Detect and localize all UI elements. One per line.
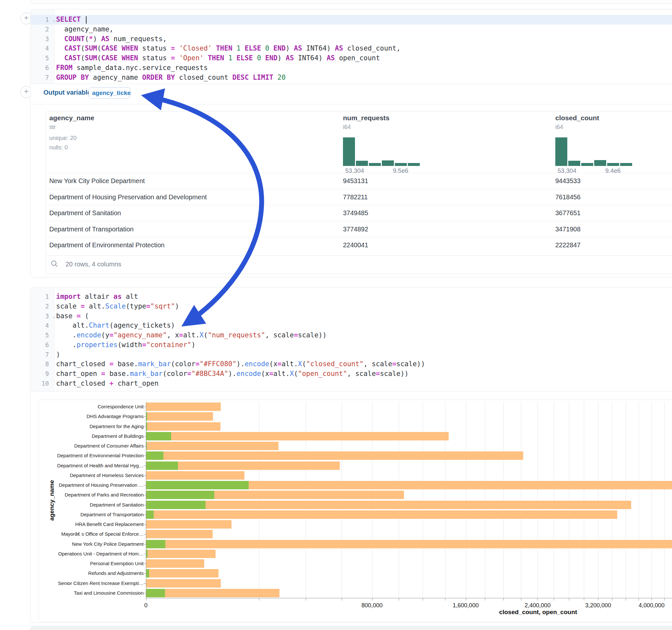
chart-gridline	[626, 402, 626, 598]
chart-bar-open-count[interactable]	[146, 481, 249, 489]
chart-bar-closed-count[interactable]	[146, 452, 523, 460]
chart-bar-open-count[interactable]	[146, 550, 147, 558]
chart-gridline	[521, 402, 521, 598]
chart-bar-open-count[interactable]	[146, 452, 163, 460]
chart-bar-closed-count[interactable]	[146, 412, 213, 421]
x-axis-tick	[445, 598, 446, 601]
chart-bar-closed-count[interactable]	[146, 550, 216, 558]
chart-bar-open-count[interactable]	[146, 540, 165, 548]
chart-bar-closed-count[interactable]	[146, 471, 244, 480]
chart-bar-closed-count[interactable]	[146, 422, 220, 431]
chart-gridline	[598, 402, 598, 598]
chart-bar-closed-count[interactable]	[146, 530, 213, 538]
chart-bar-closed-count[interactable]	[146, 501, 631, 509]
chart-gridline	[445, 402, 446, 598]
y-axis-tick	[144, 436, 146, 437]
chart-gridline	[466, 402, 466, 598]
chart-bar-closed-count[interactable]	[146, 432, 449, 440]
chart-gridline	[342, 402, 342, 598]
x-axis-tick-label: 1,600,000	[440, 602, 492, 609]
y-axis-tick	[144, 476, 146, 476]
y-axis-tick	[144, 446, 146, 446]
y-axis-tick	[144, 427, 146, 427]
chart-gridline	[612, 402, 613, 598]
chart-bar-closed-count[interactable]	[146, 559, 204, 568]
chart-bar-closed-count[interactable]	[146, 589, 280, 597]
chart-gridline	[372, 402, 373, 598]
x-axis-tick	[372, 598, 373, 601]
chart-gridline	[399, 402, 399, 598]
chart-gridline	[664, 402, 665, 598]
chart-bar-open-count[interactable]	[146, 589, 165, 597]
y-axis-tick	[144, 534, 146, 534]
chart-bar-open-count[interactable]	[146, 569, 149, 578]
chart-bar-open-count[interactable]	[146, 432, 171, 440]
x-axis-tick	[503, 598, 504, 601]
chart-gridline	[584, 402, 584, 598]
y-axis-tick	[144, 554, 146, 554]
x-axis-tick	[569, 598, 569, 601]
y-axis-tick	[144, 495, 146, 495]
x-axis-tick	[466, 598, 466, 601]
x-axis-tick-label: 800,000	[346, 602, 398, 609]
x-axis-tick	[639, 598, 639, 601]
notebook-page: + + 1⌄234567 SELECT agency_name, COUNT(*…	[0, 0, 672, 630]
y-axis-tick-label: New York City Police Department	[49, 541, 144, 547]
chart-bar-open-count[interactable]	[146, 491, 214, 499]
x-axis-tick	[554, 598, 554, 601]
chart-bar-open-count[interactable]	[146, 422, 147, 431]
x-axis-tick	[652, 598, 652, 601]
chart-gridline	[537, 402, 538, 598]
y-axis-tick	[144, 515, 146, 515]
x-axis-tick	[342, 598, 342, 601]
chart-bar-closed-count[interactable]	[146, 569, 218, 578]
y-axis-tick-label: Department of Buildings	[49, 433, 144, 439]
y-axis-tick	[144, 593, 146, 593]
y-axis-tick-label: Department of Housing Preservation …	[49, 482, 144, 488]
y-axis-tick-label: Department of Transportation	[49, 512, 144, 517]
y-axis-tick-label: Senior Citizen Rent Increase Exempti…	[49, 580, 144, 586]
chart-gridline	[485, 402, 485, 598]
x-axis-title: closed_count, open_count	[480, 609, 597, 616]
y-axis-tick-label: Department of Health and Mental Hyg…	[49, 463, 144, 468]
chart-gridline	[503, 402, 504, 598]
x-axis-tick	[537, 598, 538, 601]
chart-gridline	[306, 402, 306, 598]
x-axis-tick	[146, 598, 146, 601]
chart-bar-closed-count[interactable]	[146, 510, 617, 519]
chart-bar-open-count[interactable]	[146, 510, 154, 519]
x-axis-tick	[664, 598, 665, 601]
y-axis-tick-label: Department of Sanitation	[49, 502, 144, 508]
y-axis-tick-label: Correspondence Unit	[49, 404, 144, 409]
chart-gridline	[639, 402, 639, 598]
y-axis-tick	[144, 466, 146, 466]
x-axis-tick	[399, 598, 399, 601]
y-axis-tick-label: HRA Benefit Card Replacement	[49, 522, 144, 527]
y-axis-tick	[144, 485, 146, 485]
chart-bar-closed-count[interactable]	[146, 442, 279, 450]
chart-bar-closed-count[interactable]	[146, 579, 221, 587]
chart-bar-closed-count[interactable]	[146, 520, 232, 529]
y-axis-tick	[144, 524, 146, 525]
chart-bar-open-count[interactable]	[146, 501, 206, 509]
x-axis-tick	[306, 598, 306, 601]
chart-gridline	[569, 402, 569, 598]
chart-bar-open-count[interactable]	[146, 412, 147, 421]
y-axis-tick-label: Department of Homeless Services	[49, 472, 144, 478]
chart-bar-closed-count[interactable]	[146, 540, 672, 548]
y-axis-tick-label: Department of Environmental Protection	[49, 453, 144, 458]
x-axis-tick	[521, 598, 521, 601]
chart-bar-closed-count[interactable]	[146, 403, 221, 411]
chart-bar-open-count[interactable]	[146, 442, 147, 450]
x-axis-tick	[612, 598, 613, 601]
x-axis-tick	[598, 598, 598, 601]
x-axis-tick-label: 4,000,000	[626, 602, 672, 609]
y-axis-tick-label: Operations Unit - Department of Hom…	[49, 551, 144, 556]
y-axis-tick-label: Mayorâ€ s Office of Special Enforce…	[49, 531, 144, 537]
y-axis-tick-label: Department of Parks and Recreation	[49, 492, 144, 498]
chart-bar-open-count[interactable]	[146, 461, 178, 470]
y-axis-tick-label: DHS Advantage Programs	[49, 413, 144, 419]
y-axis-tick	[144, 563, 146, 564]
x-axis-domain	[146, 598, 672, 598]
x-axis-tick-label: 2,400,000	[511, 602, 563, 609]
